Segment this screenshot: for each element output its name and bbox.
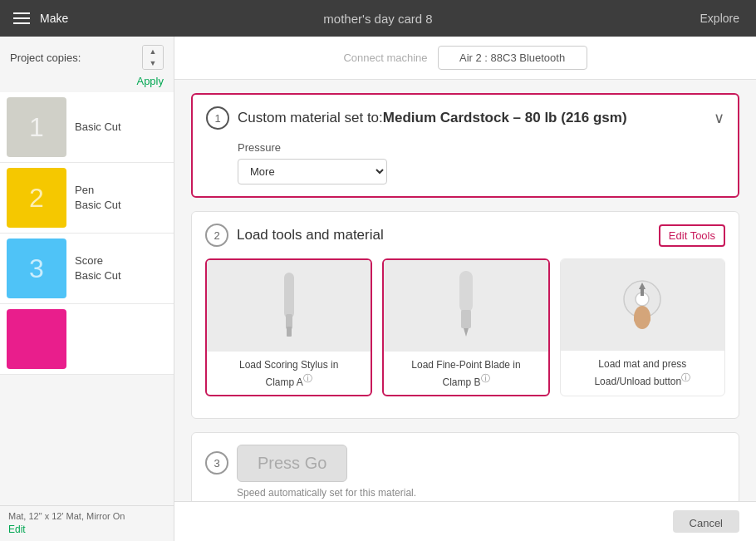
tool-card-blade: Load Fine-Point Blade in Clamp Bⓘ <box>382 258 549 396</box>
explore-button[interactable]: Explore <box>700 12 739 25</box>
content-panel: Connect machine Air 2 : 88C3 Bluetooth 1… <box>174 37 756 541</box>
app-header: Make mother's day card 8 Explore <box>0 0 756 37</box>
main-layout: Project copies: ▲ ▼ Apply 1 Basic Cut 2 … <box>0 37 756 541</box>
item-1-label: Basic Cut <box>75 120 121 135</box>
connect-machine-label: Connect machine <box>343 52 427 64</box>
app-title: Make <box>40 12 68 25</box>
step1-header[interactable]: 1 Custom material set to:Medium Cardstoc… <box>206 106 724 130</box>
thumb-1: 1 <box>7 97 66 157</box>
thumb-4 <box>7 309 66 369</box>
cancel-button[interactable]: Cancel <box>673 510 739 533</box>
step2-circle: 2 <box>205 224 228 247</box>
scoring-stylus-label: Load Scoring Stylus in Clamp Aⓘ <box>207 352 371 395</box>
pressure-label: Pressure <box>238 141 724 154</box>
copies-down-button[interactable]: ▼ <box>143 57 163 69</box>
edit-tools-button[interactable]: Edit Tools <box>659 224 725 247</box>
step3-section: 3 Press Go Speed automatically set for t… <box>191 432 739 501</box>
step1-card: 1 Custom material set to:Medium Cardstoc… <box>191 93 739 198</box>
mat-image <box>561 259 724 351</box>
document-title: mother's day card 8 <box>323 12 432 26</box>
copies-row: Project copies: ▲ ▼ <box>0 37 174 73</box>
pressure-select[interactable]: More Default Less <box>238 159 387 184</box>
sidebar-item-1[interactable]: 1 Basic Cut <box>0 92 174 163</box>
step3-note: Speed automatically set for this materia… <box>205 487 725 499</box>
sidebar-item-2[interactable]: 2 PenBasic Cut <box>0 163 174 234</box>
step1-circle: 1 <box>206 106 229 130</box>
machine-badge[interactable]: Air 2 : 88C3 Bluetooth <box>438 46 587 70</box>
step2-section: 2 Load tools and material Edit Tools <box>191 211 739 419</box>
svg-rect-4 <box>461 310 471 328</box>
item-3-label: ScoreBasic Cut <box>75 253 121 283</box>
mat-svg <box>609 268 675 342</box>
svg-rect-9 <box>641 289 644 296</box>
mat-info: Mat, 12" x 12' Mat, Mirror On <box>8 511 165 521</box>
item-2-label: PenBasic Cut <box>75 183 121 213</box>
mat-label: Load mat and press Load/Unload buttonⓘ <box>561 351 724 394</box>
thumb-3: 3 <box>7 239 66 298</box>
hamburger-menu-icon[interactable] <box>13 12 30 24</box>
scoring-stylus-image <box>207 260 371 352</box>
step2-header: 2 Load tools and material Edit Tools <box>205 224 725 247</box>
sidebar-footer: Mat, 12" x 12' Mat, Mirror On Edit <box>0 505 174 541</box>
sidebar-item-3[interactable]: 3 ScoreBasic Cut <box>0 234 174 304</box>
info-icon-3: ⓘ <box>681 372 690 382</box>
top-bar: Connect machine Air 2 : 88C3 Bluetooth <box>174 37 756 80</box>
step3-circle: 3 <box>205 451 228 475</box>
edit-link[interactable]: Edit <box>8 524 26 535</box>
bottom-bar: Cancel <box>174 501 756 541</box>
svg-marker-5 <box>464 328 469 337</box>
blade-label: Load Fine-Point Blade in Clamp Bⓘ <box>384 352 547 395</box>
info-icon-1: ⓘ <box>303 373 312 383</box>
info-icon-2: ⓘ <box>481 373 490 383</box>
blade-svg <box>441 268 491 343</box>
tool-card-mat: Load mat and press Load/Unload buttonⓘ <box>560 258 725 396</box>
scoring-stylus-svg <box>264 268 314 343</box>
sidebar-item-4[interactable] <box>0 304 174 375</box>
chevron-down-icon: ∨ <box>714 109 724 127</box>
step3-header: 3 Press Go <box>205 445 725 482</box>
svg-rect-2 <box>287 327 292 337</box>
svg-rect-0 <box>284 273 294 318</box>
sidebar-items-list: 1 Basic Cut 2 PenBasic Cut 3 ScoreBasic … <box>0 92 174 505</box>
press-go-button[interactable]: Press Go <box>237 445 347 482</box>
blade-image <box>384 260 547 352</box>
step2-title: Load tools and material <box>237 227 650 243</box>
svg-rect-11 <box>634 316 650 322</box>
apply-button[interactable]: Apply <box>0 73 174 92</box>
step1-title: Custom material set to:Medium Cardstock … <box>238 110 627 126</box>
thumb-2: 2 <box>7 168 66 228</box>
tools-grid: Load Scoring Stylus in Clamp Aⓘ <box>205 258 725 396</box>
copies-label: Project copies: <box>10 52 81 64</box>
copies-up-button[interactable]: ▲ <box>143 46 163 57</box>
copies-stepper[interactable]: ▲ ▼ <box>142 45 164 70</box>
svg-rect-3 <box>459 271 473 312</box>
content-scroll: 1 Custom material set to:Medium Cardstoc… <box>174 80 756 501</box>
pressure-row: Pressure More Default Less <box>206 141 724 184</box>
sidebar: Project copies: ▲ ▼ Apply 1 Basic Cut 2 … <box>0 37 174 541</box>
tool-card-scoring-stylus: Load Scoring Stylus in Clamp Aⓘ <box>205 258 372 396</box>
